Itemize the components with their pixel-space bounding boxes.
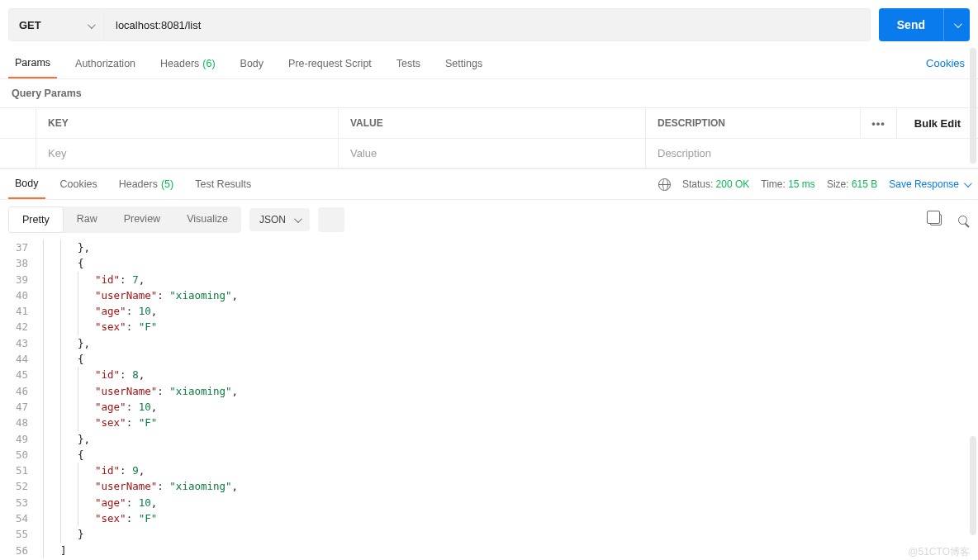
code-line: 50{ bbox=[0, 447, 978, 463]
response-tabs: Body Cookies Headers(5) Test Results Sta… bbox=[0, 168, 978, 200]
search-button[interactable] bbox=[955, 212, 970, 227]
send-button-label: Send bbox=[879, 18, 943, 31]
http-method-label: GET bbox=[19, 19, 41, 31]
code-line: 46"userName": "xiaoming", bbox=[0, 383, 978, 399]
status-block: Status: 200 OK bbox=[682, 178, 749, 190]
view-pretty[interactable]: Pretty bbox=[8, 206, 64, 233]
code-line: 42"sex": "F" bbox=[0, 319, 978, 335]
scrollbar-thumb[interactable] bbox=[970, 48, 976, 164]
resp-tab-tests[interactable]: Test Results bbox=[188, 169, 258, 199]
qp-more-button[interactable]: ••• bbox=[861, 108, 897, 138]
code-line: 37}, bbox=[0, 240, 978, 255]
code-line: 41"age": 10, bbox=[0, 303, 978, 319]
view-mode-segment: Pretty Raw Preview Visualize bbox=[8, 206, 241, 233]
resp-tab-cookies[interactable]: Cookies bbox=[54, 169, 104, 199]
code-line: 38{ bbox=[0, 255, 978, 271]
response-status-bar: Status: 200 OK Time: 15 ms Size: 615 B S… bbox=[658, 178, 970, 191]
wrap-icon bbox=[325, 216, 337, 224]
scrollbar-thumb[interactable] bbox=[970, 436, 976, 535]
watermark: @51CTO博客 bbox=[908, 545, 970, 559]
copy-icon bbox=[930, 214, 942, 225]
code-line: 53"age": 10, bbox=[0, 495, 978, 510]
qp-header-value: VALUE bbox=[339, 108, 646, 138]
time-block: Time: 15 ms bbox=[761, 178, 815, 190]
save-response-button[interactable]: Save Response bbox=[889, 178, 970, 190]
qp-header-key: KEY bbox=[36, 108, 339, 138]
tab-body[interactable]: Body bbox=[234, 48, 271, 78]
chevron-down-icon bbox=[294, 214, 300, 225]
request-tabs: Params Authorization Headers(6) Body Pre… bbox=[0, 48, 978, 79]
globe-icon[interactable] bbox=[658, 178, 671, 191]
query-params-input-row: Key Value Description bbox=[0, 138, 978, 168]
body-format-label: JSON bbox=[259, 214, 286, 225]
request-url-value: localhost:8081/list bbox=[116, 19, 201, 31]
view-visualize[interactable]: Visualize bbox=[173, 206, 241, 233]
viewer-toolbar: Pretty Raw Preview Visualize JSON bbox=[0, 200, 978, 240]
chevron-down-icon bbox=[88, 19, 93, 31]
body-format-select[interactable]: JSON bbox=[249, 208, 310, 231]
code-line: 51"id": 9, bbox=[0, 463, 978, 478]
resp-tab-body[interactable]: Body bbox=[8, 169, 45, 199]
bulk-edit-button[interactable]: Bulk Edit bbox=[897, 108, 978, 138]
http-method-select[interactable]: GET bbox=[8, 8, 104, 41]
size-block: Size: 615 B bbox=[827, 178, 877, 190]
wrap-lines-button[interactable] bbox=[318, 207, 344, 232]
qp-key-input[interactable]: Key bbox=[36, 139, 339, 168]
code-line: 48"sex": "F" bbox=[0, 415, 978, 430]
checkbox-cell bbox=[0, 108, 36, 138]
query-params-header-row: KEY VALUE DESCRIPTION ••• Bulk Edit bbox=[0, 108, 978, 138]
send-button[interactable]: Send bbox=[879, 8, 970, 41]
qp-header-description: DESCRIPTION bbox=[646, 108, 861, 138]
query-params-table: KEY VALUE DESCRIPTION ••• Bulk Edit Key … bbox=[0, 107, 978, 168]
code-line: 56] bbox=[0, 543, 978, 558]
tab-prerequest[interactable]: Pre-request Script bbox=[282, 48, 378, 78]
resp-tab-headers[interactable]: Headers(5) bbox=[112, 169, 181, 199]
tab-settings[interactable]: Settings bbox=[439, 48, 489, 78]
checkbox-cell[interactable] bbox=[0, 139, 36, 168]
request-row: GET localhost:8081/list Send bbox=[0, 0, 978, 48]
view-preview[interactable]: Preview bbox=[111, 206, 173, 233]
cookies-link[interactable]: Cookies bbox=[926, 57, 970, 69]
qp-value-input[interactable]: Value bbox=[339, 139, 646, 168]
code-line: 43}, bbox=[0, 335, 978, 351]
code-line: 55} bbox=[0, 526, 978, 542]
code-line: 40"userName": "xiaoming", bbox=[0, 287, 978, 303]
search-icon bbox=[958, 216, 967, 225]
code-line: 45"id": 8, bbox=[0, 367, 978, 382]
qp-desc-input[interactable]: Description bbox=[646, 139, 861, 168]
tab-params[interactable]: Params bbox=[8, 48, 57, 78]
more-icon: ••• bbox=[871, 117, 885, 130]
send-dropdown[interactable] bbox=[943, 8, 970, 41]
tab-authorization[interactable]: Authorization bbox=[69, 48, 142, 78]
code-line: 47"age": 10, bbox=[0, 399, 978, 415]
viewer-toolbar-right bbox=[928, 212, 970, 227]
tab-headers[interactable]: Headers(6) bbox=[154, 48, 222, 78]
code-line: 49}, bbox=[0, 431, 978, 447]
code-line: 52"userName": "xiaoming", bbox=[0, 478, 978, 494]
copy-button[interactable] bbox=[928, 212, 943, 227]
view-raw[interactable]: Raw bbox=[64, 206, 111, 233]
query-params-title: Query Params bbox=[0, 79, 978, 107]
code-line: 54"sex": "F" bbox=[0, 510, 978, 526]
code-line: 44{ bbox=[0, 351, 978, 367]
code-line: 39"id": 7, bbox=[0, 272, 978, 287]
response-body-code[interactable]: 37},38{39"id": 7,40"userName": "xiaoming… bbox=[0, 240, 978, 560]
request-url-input[interactable]: localhost:8081/list bbox=[104, 8, 871, 41]
tab-tests[interactable]: Tests bbox=[390, 48, 427, 78]
